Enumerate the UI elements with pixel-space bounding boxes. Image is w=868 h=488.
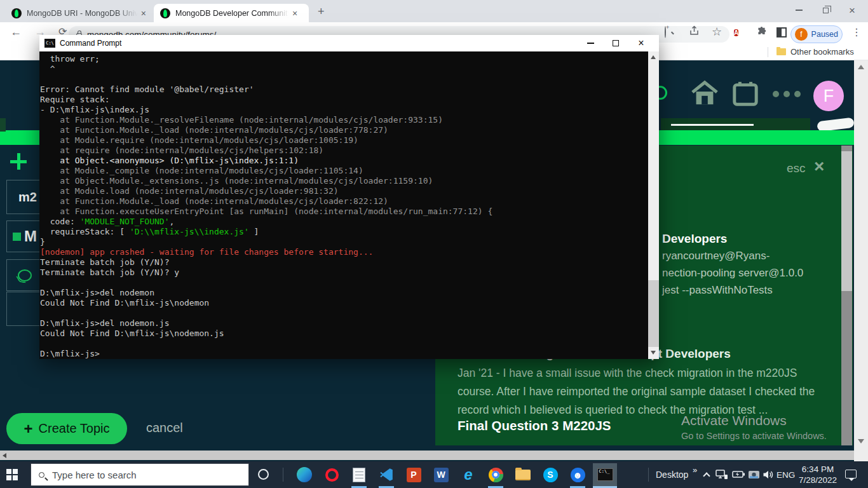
taskbar-app-messaging[interactable]: ☻ [566,463,590,486]
tab-title: MongoDB Developer Community [175,9,288,18]
result-text-fragment: jest --passWithNoTests [662,284,773,297]
new-tab-button[interactable]: + [318,5,325,18]
tab-close-icon[interactable]: × [292,9,297,18]
home-icon[interactable] [690,79,719,110]
tab-title: MongoDB URI - MongoDB Unive [27,9,137,18]
thread-snippet: Jan '21 - I have a small issue with the … [458,364,815,419]
scroll-down-arrow[interactable] [858,439,864,444]
hidden-icons-chevron[interactable] [703,472,710,479]
page-horizontal-scrollbar[interactable] [0,451,854,460]
zoom-icon[interactable] [665,27,666,37]
profile-sync-status: Paused [811,30,838,39]
tab-close-icon[interactable]: × [141,9,146,18]
browser-tabstrip: MongoDB URI - MongoDB Unive × MongoDB De… [0,0,868,22]
cmd-maximize-button[interactable] [603,35,628,51]
screen: MongoDB URI - MongoDB Unive × MongoDB De… [0,0,868,488]
chat-bubble-icon [18,269,32,281]
cortana-icon[interactable] [258,469,269,480]
sidebar-plus-icon[interactable] [10,153,27,170]
taskbar-search-box[interactable]: Type here to search [31,463,249,486]
network-icon[interactable] [715,470,728,483]
cancel-link[interactable]: cancel [146,421,183,435]
tray-language-label[interactable]: ENG [776,470,795,480]
browser-menu-icon[interactable]: ⋮ [851,26,862,38]
reading-mode-icon[interactable] [776,27,787,37]
volume-icon[interactable] [763,470,775,482]
sidebar-item-mongodb[interactable]: M [6,220,41,252]
clock-date: 7/28/2022 [796,475,840,485]
mongodb-favicon [11,8,22,18]
taskbar-app-internet-explorer[interactable]: e [456,463,480,486]
calendar-icon[interactable] [732,79,759,110]
sidebar-item-discussion[interactable] [6,259,41,291]
cmd-scrollbar[interactable] [648,51,659,359]
cmd-minimize-button[interactable] [578,35,603,51]
green-square-icon [13,233,21,241]
user-avatar[interactable]: F [813,81,844,111]
result-heading-fragment[interactable]: Developers [662,232,727,246]
start-button[interactable] [6,469,18,480]
taskbar-app-edge[interactable] [292,463,316,486]
share-icon[interactable] [689,25,700,38]
bookmark-star-icon[interactable]: ☆ [712,25,722,39]
other-bookmarks-label[interactable]: Other bookmarks [790,47,854,57]
page-vertical-scrollbar[interactable] [854,60,868,461]
thread-title-link[interactable]: Final Question 3 M220JS [458,418,611,433]
command-prompt-window[interactable]: C:\ Command Prompt × throw err; ^Error: … [39,35,659,359]
window-minimize-button[interactable] [786,0,811,20]
console-output[interactable]: throw err; ^Error: Cannot find module '@… [39,51,659,359]
scroll-up-arrow[interactable] [858,65,864,69]
action-center-icon[interactable] [845,470,857,478]
window-restore-button[interactable] [813,0,838,20]
other-bookmarks-folder-icon [776,48,786,55]
taskbar-app-notepad[interactable] [347,463,371,486]
camera-icon[interactable] [748,470,761,482]
profile-button[interactable]: f Paused [790,25,843,43]
tray-clock[interactable]: 6:34 PM 7/28/2022 [796,464,840,485]
cmd-scroll-down-arrow[interactable] [651,351,656,355]
modal-scrollbar-thumb[interactable] [841,151,852,291]
tab-mongodb-community[interactable]: MongoDB Developer Community × [154,4,309,22]
tray-overflow-chevron[interactable]: » [693,465,697,475]
cmd-scroll-up-arrow[interactable] [651,55,656,59]
taskbar-app-powerpoint[interactable]: P [402,463,426,486]
taskbar-app-skype[interactable]: S [538,463,562,486]
taskbar-app-word[interactable]: W [429,463,453,486]
sidebar-item-empty[interactable] [6,292,41,326]
tray-separator [648,468,649,482]
battery-icon[interactable] [732,470,745,482]
extensions-puzzle-icon[interactable] [756,27,767,39]
taskbar-app-vscode[interactable] [374,463,398,486]
taskbar-app-chrome[interactable] [484,463,508,486]
cmd-app-icon: C:\ [44,39,55,48]
pdf-extension-icon[interactable]: A [734,26,738,39]
cmd-scrollbar-thumb[interactable] [648,280,659,347]
taskbar-app-file-explorer[interactable] [511,463,535,486]
taskbar-app-opera[interactable] [320,463,344,486]
sidebar-item-label: M [24,227,37,245]
taskbar-app-command-prompt[interactable]: C:\_ [593,463,617,486]
tab-mongodb-uri[interactable]: MongoDB URI - MongoDB Unive × [5,4,153,22]
banner-edge-decor [0,118,6,132]
result-text-fragment: nection-pooling server@1.0.0 [662,267,803,280]
create-topic-button[interactable]: + Create Topic [6,413,127,444]
plus-icon: + [24,421,33,437]
activate-windows-watermark: Activate Windows [681,413,787,428]
sidebar-item-label: m2 [18,190,37,205]
more-options-icon[interactable] [773,91,801,97]
esc-hint-label: esc [787,161,806,175]
sidebar-item-m220js[interactable]: m2 [6,180,41,214]
tray-desktop-label[interactable]: Desktop [656,470,688,480]
back-button[interactable]: ← [10,25,22,39]
window-close-button[interactable]: × [839,0,865,20]
clock-time: 6:34 PM [796,464,840,475]
activate-windows-hint: Go to Settings to activate Windows. [681,431,827,441]
scroll-left-arrow[interactable] [3,453,6,458]
modal-close-icon[interactable]: × [814,156,824,177]
bookmarks-separator [768,47,768,57]
snippet-line: course. After I have reimported the orig… [458,383,815,401]
search-placeholder: Type here to search [52,470,137,480]
create-topic-label: Create Topic [39,421,110,436]
cmd-close-button[interactable]: × [628,35,654,51]
cmd-titlebar[interactable]: C:\ Command Prompt × [39,35,659,51]
